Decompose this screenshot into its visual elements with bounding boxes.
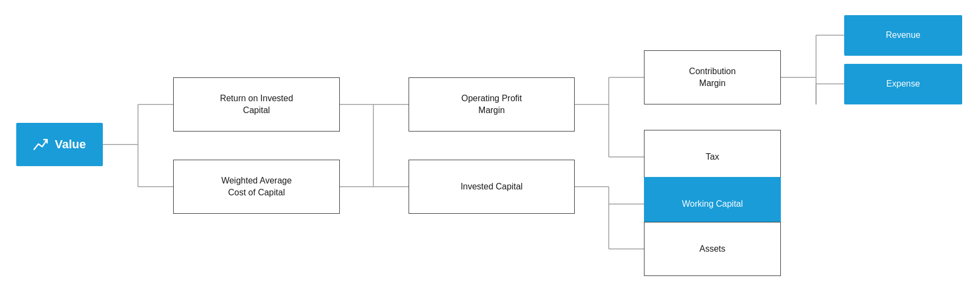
diagram-container: Value Return on InvestedCapital Weighted… [0, 0, 980, 289]
node-cm: ContributionMargin [644, 50, 781, 104]
node-tax: Tax [644, 130, 781, 184]
node-expense: Expense [844, 64, 962, 104]
node-wacc: Weighted AverageCost of Capital [173, 160, 340, 214]
node-wc-label: Working Capital [682, 198, 743, 210]
node-roic-label: Return on InvestedCapital [220, 93, 293, 117]
node-opm-label: Operating ProfitMargin [461, 93, 522, 117]
connector-lines [0, 0, 980, 289]
node-wacc-label: Weighted AverageCost of Capital [221, 175, 292, 199]
root-node: Value [16, 123, 103, 166]
node-assets-label: Assets [699, 243, 725, 255]
node-assets: Assets [644, 222, 781, 276]
node-opm: Operating ProfitMargin [409, 77, 575, 132]
node-expense-label: Expense [886, 78, 920, 90]
node-revenue: Revenue [844, 15, 962, 56]
node-revenue-label: Revenue [886, 29, 920, 41]
root-label: Value [55, 137, 85, 152]
node-tax-label: Tax [706, 151, 719, 163]
node-ic-label: Invested Capital [461, 181, 523, 193]
node-ic: Invested Capital [409, 160, 575, 214]
node-roic: Return on InvestedCapital [173, 77, 340, 132]
chart-up-icon [33, 136, 49, 153]
node-cm-label: ContributionMargin [689, 65, 735, 90]
